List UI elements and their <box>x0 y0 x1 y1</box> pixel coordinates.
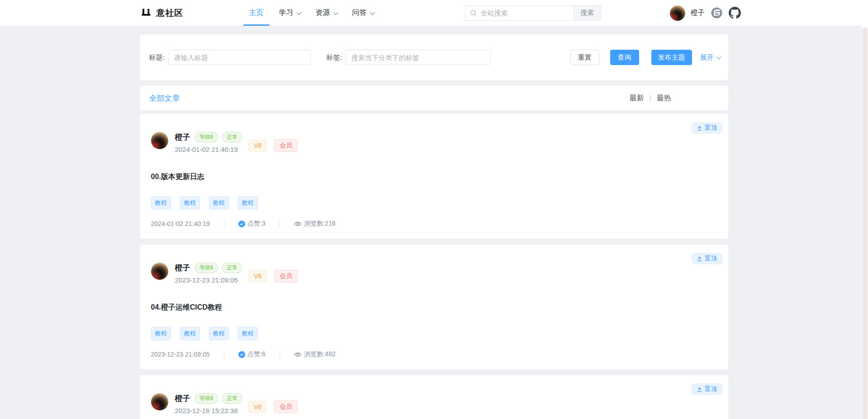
post-date: 2024-01-02 21:40:19 <box>175 146 242 153</box>
tag[interactable]: 教程 <box>151 196 171 210</box>
gitee-icon[interactable] <box>711 7 723 19</box>
nav-item-learn[interactable]: 学习 <box>271 0 308 26</box>
post-date: 2023-12-16 15:22:38 <box>175 407 242 414</box>
author-avatar[interactable] <box>151 263 168 280</box>
tag[interactable]: 教程 <box>209 196 229 210</box>
scrollbar-thumb[interactable] <box>863 27 868 419</box>
title-filter-input[interactable] <box>168 50 311 65</box>
list-header: 全部文章 最新 | 最热 <box>140 86 728 110</box>
vip-badges: V8 会员 <box>248 139 298 152</box>
search-input[interactable] <box>465 5 574 21</box>
author-info: 橙子 等级8 正常 2023-12-16 15:22:38 <box>175 393 242 414</box>
footer-date: 2024-01-02 21:40:19 <box>151 220 210 227</box>
search-button[interactable]: 搜索 <box>574 5 601 21</box>
post-date: 2023-12-23 21:09:05 <box>175 276 242 284</box>
pin-label: 置顶 <box>705 254 717 263</box>
likes-stat: 点赞:6 <box>238 350 266 358</box>
global-search: 搜索 <box>465 5 601 21</box>
author-info: 橙子 等级8 正常 2023-12-23 21:09:05 <box>175 263 242 284</box>
site-logo[interactable]: 意社区 <box>140 7 184 19</box>
footer-divider: | <box>223 220 225 227</box>
scrollbar[interactable] <box>862 0 868 419</box>
tags-row: 教程 教程 教程 教程 <box>151 327 717 340</box>
views-label: 浏览数:482 <box>304 350 335 358</box>
author-row: 橙子 等级8 正常 2023-12-16 15:22:38 V8 会员 <box>151 393 717 414</box>
likes-stat: 点赞:3 <box>238 220 266 228</box>
all-articles-tab[interactable]: 全部文章 <box>149 93 180 104</box>
level-badge: 等级8 <box>195 393 218 404</box>
author-avatar[interactable] <box>151 393 168 410</box>
nav-item-home[interactable]: 主页 <box>242 0 271 26</box>
level-badge: 等级8 <box>195 263 218 273</box>
footer-divider: | <box>279 220 281 227</box>
like-check-icon <box>238 351 245 358</box>
post-card: 置顶 橙子 等级8 正常 2023-12-16 15:22:38 V8 会员 <box>140 375 728 419</box>
views-stat: 浏览数:482 <box>294 350 335 358</box>
expand-toggle[interactable]: 展开 <box>700 53 720 62</box>
author-name[interactable]: 橙子 <box>175 393 190 404</box>
main-nav: 主页 学习 资源 问答 <box>242 0 381 26</box>
pin-button[interactable]: 置顶 <box>691 383 723 395</box>
status-badge: 正常 <box>222 263 242 273</box>
post-title[interactable]: 00.版本更新日志 <box>151 172 717 182</box>
post-card: 置顶 橙子 等级8 正常 2023-12-23 21:09:05 V8 会员 0 <box>140 245 728 369</box>
tag[interactable]: 教程 <box>180 327 200 340</box>
eye-icon <box>294 352 302 358</box>
tags-row: 教程 教程 教程 教程 <box>151 196 717 210</box>
query-button[interactable]: 查询 <box>610 50 639 65</box>
like-check-icon <box>238 221 245 227</box>
vip-badge: V8 <box>248 270 267 282</box>
author-name[interactable]: 橙子 <box>175 263 190 273</box>
username[interactable]: 橙子 <box>691 9 705 17</box>
github-icon[interactable] <box>729 7 741 19</box>
publish-topic-button[interactable]: 发布主题 <box>651 50 692 65</box>
author-avatar[interactable] <box>151 132 168 149</box>
nav-label: 问答 <box>352 8 367 18</box>
status-badge: 正常 <box>222 132 242 142</box>
nav-label: 资源 <box>316 8 330 18</box>
post-footer: 2023-12-23 21:09:05 | 点赞:6 | 浏览数:482 <box>151 350 717 358</box>
tag[interactable]: 教程 <box>180 196 200 210</box>
chevron-down-icon <box>333 9 338 14</box>
post-card: 置顶 橙子 等级8 正常 2024-01-02 21:40:19 V8 会员 0 <box>140 114 728 239</box>
nav-label: 学习 <box>279 8 294 18</box>
tag[interactable]: 教程 <box>209 327 229 340</box>
pin-button[interactable]: 置顶 <box>691 253 723 264</box>
post-title[interactable]: 04.橙子运维CICD教程 <box>151 303 717 312</box>
author-name[interactable]: 橙子 <box>175 132 190 142</box>
site-name: 意社区 <box>157 7 184 19</box>
pin-top-icon <box>697 256 702 262</box>
views-stat: 浏览数:216 <box>294 220 335 228</box>
nav-item-qa[interactable]: 问答 <box>345 0 381 26</box>
nav-label: 主页 <box>249 8 264 18</box>
footer-divider: | <box>279 351 281 358</box>
tag[interactable]: 教程 <box>151 327 171 340</box>
status-badge: 正常 <box>222 393 242 404</box>
sort-newest[interactable]: 最新 <box>629 94 644 103</box>
user-avatar[interactable] <box>670 5 685 21</box>
pin-button[interactable]: 置顶 <box>691 122 723 134</box>
tag[interactable]: 教程 <box>238 327 258 340</box>
search-icon <box>470 9 477 17</box>
tag-filter-input[interactable] <box>346 50 490 65</box>
member-badge: 会员 <box>274 400 298 413</box>
vip-badges: V8 会员 <box>248 400 298 413</box>
sort-hottest[interactable]: 最热 <box>657 94 671 103</box>
logo-icon <box>140 7 152 19</box>
likes-label: 点赞:3 <box>247 220 266 228</box>
footer-date: 2023-12-23 21:09:05 <box>151 351 210 358</box>
vip-badge: V8 <box>248 401 267 413</box>
chevron-down-icon <box>370 9 375 14</box>
header-user-area: 橙子 <box>670 5 741 21</box>
pin-label: 置顶 <box>705 124 717 132</box>
filter-actions: 重置 查询 发布主题 展开 <box>570 50 721 65</box>
author-info: 橙子 等级8 正常 2024-01-02 21:40:19 <box>175 132 242 153</box>
footer-divider: | <box>223 351 225 358</box>
sort-divider: | <box>649 94 651 102</box>
tag[interactable]: 教程 <box>238 196 258 210</box>
expand-label: 展开 <box>700 53 714 62</box>
pin-label: 置顶 <box>705 385 717 393</box>
reset-button[interactable]: 重置 <box>570 50 599 65</box>
title-filter-label: 标题: <box>149 53 165 62</box>
nav-item-resources[interactable]: 资源 <box>308 0 345 26</box>
